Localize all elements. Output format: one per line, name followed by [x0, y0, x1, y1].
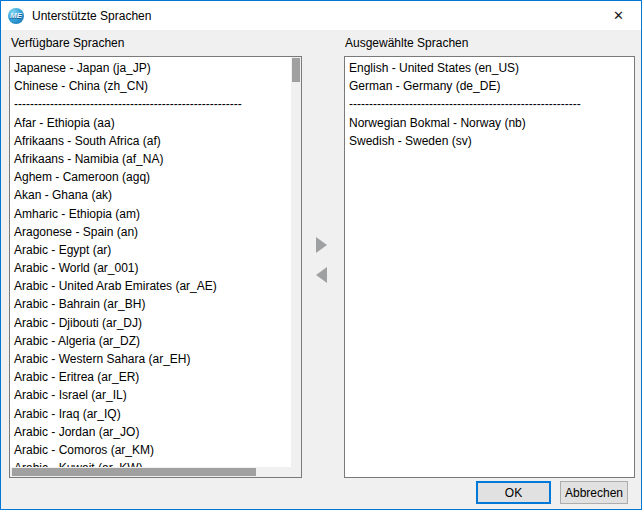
available-languages-label: Verfügbare Sprachen [11, 36, 124, 50]
language-list-item[interactable]: Arabic - Israel (ar_IL) [10, 386, 291, 404]
close-icon: ✕ [613, 9, 624, 22]
selected-languages-items: English - United States (en_US)German - … [345, 57, 634, 477]
language-list-item[interactable]: Arabic - Egypt (ar) [10, 241, 291, 259]
language-list-item[interactable]: Arabic - Jordan (ar_JO) [10, 423, 291, 441]
vertical-scrollbar-thumb[interactable] [292, 58, 300, 82]
language-list-item[interactable]: Afrikaans - South Africa (af) [10, 132, 291, 150]
close-button[interactable]: ✕ [596, 1, 641, 30]
me-logo-icon: ME [8, 8, 24, 24]
add-language-arrow-button[interactable] [316, 237, 327, 253]
language-list-item[interactable]: Arabic - Bahrain (ar_BH) [10, 295, 291, 313]
language-list-item[interactable]: German - Germany (de_DE) [345, 77, 634, 95]
window-title: Unterstützte Sprachen [32, 9, 151, 23]
language-list-item[interactable]: Arabic - Iraq (ar_IQ) [10, 405, 291, 423]
language-list-item[interactable]: Chinese - China (zh_CN) [10, 77, 291, 95]
cancel-button[interactable]: Abbrechen [560, 481, 628, 504]
language-list-item[interactable]: Akan - Ghana (ak) [10, 186, 291, 204]
me-logo-text: ME [10, 11, 22, 20]
selected-languages-list[interactable]: English - United States (en_US)German - … [344, 56, 635, 478]
language-list-item[interactable]: Amharic - Ethiopia (am) [10, 205, 291, 223]
language-list-item[interactable]: Afrikaans - Namibia (af_NA) [10, 150, 291, 168]
language-list-item[interactable]: Arabic - Algeria (ar_DZ) [10, 332, 291, 350]
available-languages-items: Japanese - Japan (ja_JP)Chinese - China … [10, 57, 291, 467]
horizontal-scrollbar-thumb[interactable] [12, 468, 256, 476]
ok-button[interactable]: OK [476, 481, 551, 504]
title-bar[interactable]: ME Unterstützte Sprachen ✕ [1, 1, 641, 30]
language-list-item[interactable]: Arabic - Kuwait (ar_KW) [10, 459, 291, 467]
language-list-item[interactable]: Aghem - Cameroon (agq) [10, 168, 291, 186]
language-list-item[interactable]: Arabic - Western Sahara (ar_EH) [10, 350, 291, 368]
horizontal-scrollbar[interactable] [10, 467, 291, 477]
scrollbar-corner [291, 467, 301, 477]
remove-language-arrow-button[interactable] [316, 267, 327, 283]
language-list-item[interactable]: Arabic - Djibouti (ar_DJ) [10, 314, 291, 332]
language-list-item[interactable]: Arabic - World (ar_001) [10, 259, 291, 277]
dialog-window: ME Unterstützte Sprachen ✕ Verfügbare Sp… [0, 0, 642, 510]
language-list-item[interactable]: ----------------------------------------… [345, 95, 634, 113]
language-list-item[interactable]: Norwegian Bokmal - Norway (nb) [345, 114, 634, 132]
language-list-item[interactable]: Aragonese - Spain (an) [10, 223, 291, 241]
language-list-item[interactable]: Afar - Ethiopia (aa) [10, 114, 291, 132]
available-languages-list[interactable]: Japanese - Japan (ja_JP)Chinese - China … [9, 56, 302, 478]
language-list-item[interactable]: English - United States (en_US) [345, 59, 634, 77]
language-list-item[interactable]: Arabic - United Arab Emirates (ar_AE) [10, 277, 291, 295]
language-list-item[interactable]: Arabic - Eritrea (ar_ER) [10, 368, 291, 386]
vertical-scrollbar[interactable] [291, 57, 301, 467]
language-list-item[interactable]: ----------------------------------------… [10, 95, 291, 113]
selected-languages-label: Ausgewählte Sprachen [345, 36, 468, 50]
language-list-item[interactable]: Japanese - Japan (ja_JP) [10, 59, 291, 77]
language-list-item[interactable]: Arabic - Comoros (ar_KM) [10, 441, 291, 459]
language-list-item[interactable]: Swedish - Sweden (sv) [345, 132, 634, 150]
